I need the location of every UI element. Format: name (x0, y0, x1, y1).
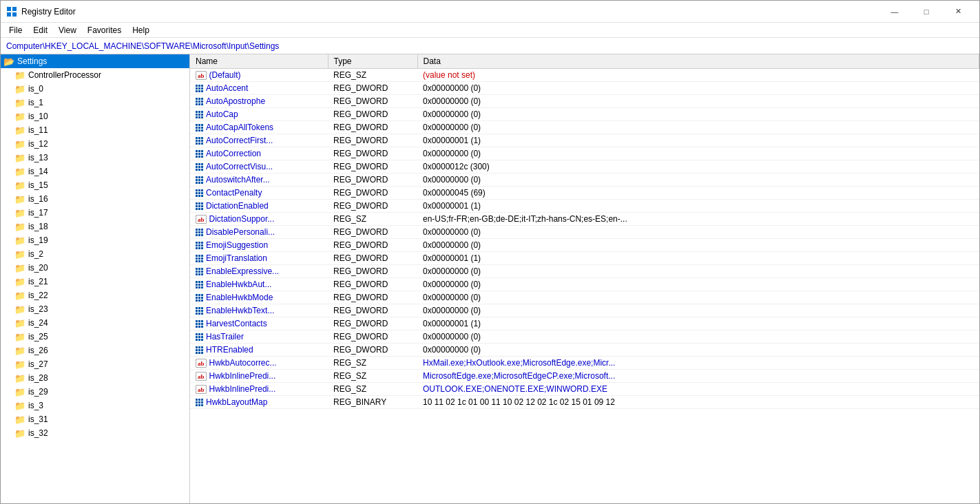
folder-icon: 📁 (14, 193, 25, 204)
name-cell[interactable]: AutoswitchAfter... (190, 174, 328, 187)
name-cell[interactable]: HasTrailer (190, 330, 328, 344)
tree-item-settings[interactable]: 📂 Settings (1, 54, 189, 68)
name-cell[interactable]: EnableExpressive... (190, 265, 328, 278)
menu-help[interactable]: Help (127, 24, 155, 36)
table-row[interactable]: EnableHwkbAut...REG_DWORD0x00000000 (0) (190, 278, 979, 291)
table-row[interactable]: HTREnabledREG_DWORD0x00000000 (0) (190, 344, 979, 357)
tree-item-is14[interactable]: 📁 is_14 (1, 165, 189, 178)
tree-item-is21[interactable]: 📁 is_21 (1, 275, 189, 288)
table-row[interactable]: EnableHwkbText...REG_DWORD0x00000000 (0) (190, 304, 979, 317)
name-cell[interactable]: HTREnabled (190, 344, 328, 357)
column-name[interactable]: Name (190, 54, 328, 69)
name-cell[interactable]: EnableHwkbText... (190, 304, 328, 317)
tree-item-is1[interactable]: 📁 is_1 (1, 96, 189, 109)
name-cell[interactable]: DisablePersonali... (190, 226, 328, 239)
folder-icon: 📁 (14, 317, 25, 328)
folder-icon: 📁 (14, 70, 25, 81)
name-cell[interactable]: EnableHwkbMode (190, 291, 328, 304)
table-row[interactable]: AutoCorrectFirst...REG_DWORD0x00000001 (… (190, 134, 979, 147)
name-cell[interactable]: DictationEnabled (190, 200, 328, 213)
table-row[interactable]: abHwkbInlinePredi...REG_SZMicrosoftEdge.… (190, 370, 979, 383)
table-row[interactable]: ContactPenaltyREG_DWORD0x00000045 (69) (190, 187, 979, 200)
folder-icon: 📁 (14, 276, 25, 287)
name-cell[interactable]: AutoCorrectFirst... (190, 134, 328, 147)
tree-item-is12[interactable]: 📁 is_12 (1, 137, 189, 151)
minimize-button[interactable]: — (879, 1, 910, 23)
tree-item-is3[interactable]: 📁 is_3 (1, 399, 189, 412)
menu-view[interactable]: View (53, 24, 82, 36)
reg-dword-icon (196, 281, 203, 288)
table-row[interactable]: DisablePersonali...REG_DWORD0x00000000 (… (190, 226, 979, 239)
tree-item-is22[interactable]: 📁 is_22 (1, 288, 189, 302)
table-row[interactable]: AutoswitchAfter...REG_DWORD0x00000000 (0… (190, 174, 979, 187)
name-cell[interactable]: HwkbLayoutMap (190, 396, 328, 409)
tree-item-is25[interactable]: 📁 is_25 (1, 330, 189, 344)
table-row[interactable]: AutoCapAllTokensREG_DWORD0x00000000 (0) (190, 121, 979, 134)
data-pane[interactable]: Name Type Data ab(Default)REG_SZ(value n… (190, 54, 979, 503)
tree-item-is2[interactable]: 📁 is_2 (1, 247, 189, 261)
name-cell[interactable]: abHwkbAutocorrec... (190, 357, 328, 370)
name-cell[interactable]: EmojiTranslation (190, 252, 328, 265)
name-cell[interactable]: abHwkbInlinePredi... (190, 370, 328, 383)
table-row[interactable]: EmojiTranslationREG_DWORD0x00000001 (1) (190, 252, 979, 265)
name-cell[interactable]: ContactPenalty (190, 187, 328, 200)
column-data[interactable]: Data (417, 54, 979, 69)
menu-file[interactable]: File (3, 24, 28, 36)
name-cell[interactable]: ab(Default) (190, 69, 328, 82)
column-type[interactable]: Type (328, 54, 417, 69)
tree-item-is32[interactable]: 📁 is_32 (1, 426, 189, 440)
table-row[interactable]: HarvestContactsREG_DWORD0x00000001 (1) (190, 317, 979, 330)
table-row[interactable]: AutoCorrectVisu...REG_DWORD0x0000012c (3… (190, 160, 979, 174)
address-bar[interactable]: Computer\HKEY_LOCAL_MACHINE\SOFTWARE\Mic… (1, 38, 979, 54)
tree-item-is15[interactable]: 📁 is_15 (1, 178, 189, 192)
maximize-button[interactable]: □ (910, 1, 942, 23)
menu-edit[interactable]: Edit (28, 24, 53, 36)
name-cell[interactable]: AutoCapAllTokens (190, 121, 328, 134)
name-cell[interactable]: abDictationSuppor... (190, 213, 328, 226)
tree-item-is26[interactable]: 📁 is_26 (1, 344, 189, 357)
name-cell[interactable]: AutoAccent (190, 82, 328, 95)
table-row[interactable]: DictationEnabledREG_DWORD0x00000001 (1) (190, 200, 979, 213)
tree-item-is27[interactable]: 📁 is_27 (1, 357, 189, 371)
name-cell[interactable]: EmojiSuggestion (190, 239, 328, 252)
menu-favorites[interactable]: Favorites (82, 24, 127, 36)
tree-item-is23[interactable]: 📁 is_23 (1, 302, 189, 316)
table-row[interactable]: abHwkbAutocorrec...REG_SZHxMail.exe;HxOu… (190, 357, 979, 370)
tree-item-label: Settings (17, 56, 47, 66)
table-row[interactable]: EmojiSuggestionREG_DWORD0x00000000 (0) (190, 239, 979, 252)
tree-item-controllerprocessor[interactable]: 📁 ControllerProcessor (1, 68, 189, 82)
tree-item-is11[interactable]: 📁 is_11 (1, 123, 189, 137)
close-button[interactable]: ✕ (942, 1, 974, 23)
tree-item-is16[interactable]: 📁 is_16 (1, 192, 189, 206)
table-row[interactable]: ab(Default)REG_SZ(value not set) (190, 69, 979, 82)
tree-item-is19[interactable]: 📁 is_19 (1, 233, 189, 247)
tree-item-is18[interactable]: 📁 is_18 (1, 220, 189, 233)
table-row[interactable]: abDictationSuppor...REG_SZen-US;fr-FR;en… (190, 213, 979, 226)
table-row[interactable]: HasTrailerREG_DWORD0x00000000 (0) (190, 330, 979, 344)
name-cell[interactable]: HarvestContacts (190, 317, 328, 330)
table-row[interactable]: EnableHwkbModeREG_DWORD0x00000000 (0) (190, 291, 979, 304)
tree-pane[interactable]: 📂 Settings 📁 ControllerProcessor 📁 is_0 … (1, 54, 190, 503)
tree-item-is31[interactable]: 📁 is_31 (1, 412, 189, 426)
table-row[interactable]: abHwkbInlinePredi...REG_SZOUTLOOK.EXE;ON… (190, 383, 979, 396)
name-cell[interactable]: AutoApostrophe (190, 95, 328, 108)
tree-item-is20[interactable]: 📁 is_20 (1, 261, 189, 275)
table-row[interactable]: HwkbLayoutMapREG_BINARY10 11 02 1c 01 00… (190, 396, 979, 409)
table-row[interactable]: EnableExpressive...REG_DWORD0x00000000 (… (190, 265, 979, 278)
name-cell[interactable]: AutoCorrectVisu... (190, 160, 328, 174)
table-row[interactable]: AutoCapREG_DWORD0x00000000 (0) (190, 108, 979, 121)
tree-item-is13[interactable]: 📁 is_13 (1, 151, 189, 165)
name-cell[interactable]: EnableHwkbAut... (190, 278, 328, 291)
tree-item-is28[interactable]: 📁 is_28 (1, 371, 189, 385)
tree-item-is17[interactable]: 📁 is_17 (1, 206, 189, 220)
table-row[interactable]: AutoCorrectionREG_DWORD0x00000000 (0) (190, 147, 979, 160)
tree-item-is29[interactable]: 📁 is_29 (1, 385, 189, 399)
name-cell[interactable]: abHwkbInlinePredi... (190, 383, 328, 396)
tree-item-is0[interactable]: 📁 is_0 (1, 82, 189, 96)
tree-item-is10[interactable]: 📁 is_10 (1, 109, 189, 123)
table-row[interactable]: AutoAccentREG_DWORD0x00000000 (0) (190, 82, 979, 95)
tree-item-is24[interactable]: 📁 is_24 (1, 316, 189, 330)
name-cell[interactable]: AutoCorrection (190, 147, 328, 160)
name-cell[interactable]: AutoCap (190, 108, 328, 121)
table-row[interactable]: AutoApostropheREG_DWORD0x00000000 (0) (190, 95, 979, 108)
